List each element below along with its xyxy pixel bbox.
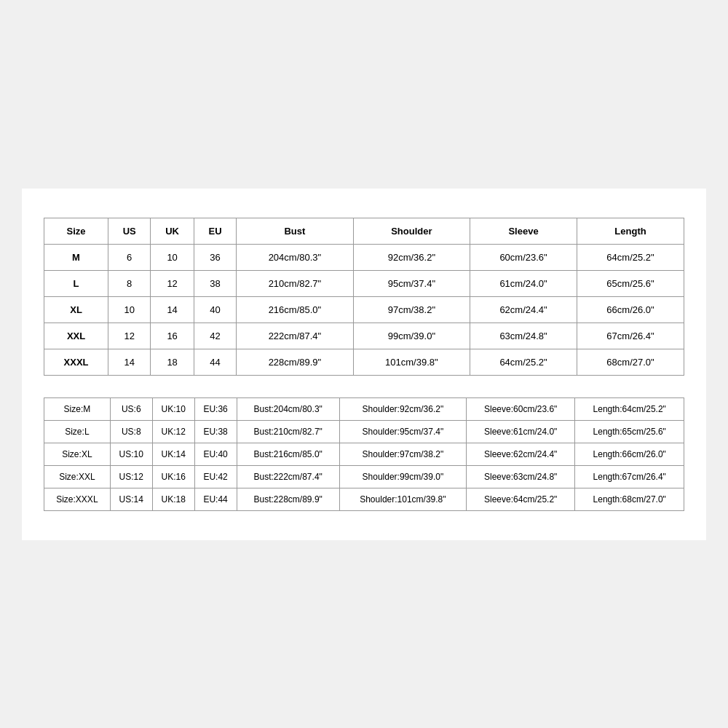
table2-cell: Bust:228cm/89.9"	[237, 488, 339, 510]
table-row: M61036204cm/80.3"92cm/36.2"60cm/23.6"64c…	[44, 244, 684, 270]
table1-cell: 10	[151, 244, 194, 270]
table1-cell: 62cm/24.4"	[470, 296, 577, 323]
table1-header-cell: Sleeve	[470, 218, 577, 244]
table1-cell: 6	[108, 244, 151, 270]
table2-cell: EU:42	[194, 465, 237, 488]
table2-cell: EU:38	[194, 420, 237, 443]
table1-cell: L	[44, 270, 108, 296]
table-row: XL101440216cm/85.0"97cm/38.2"62cm/24.4"6…	[44, 296, 684, 323]
table2-cell: Length:67cm/26.4"	[575, 465, 684, 488]
table1-cell: 14	[151, 296, 194, 323]
table1-cell: 36	[194, 244, 236, 270]
table2-cell: Sleeve:62cm/24.4"	[466, 443, 575, 465]
table2-cell: US:12	[110, 465, 152, 488]
table-row: XXXL141844228cm/89.9"101cm/39.8"64cm/25.…	[44, 349, 684, 375]
table1-cell: 64cm/25.2"	[470, 349, 577, 375]
table-row: Size:XXXLUS:14UK:18EU:44Bust:228cm/89.9"…	[44, 488, 684, 510]
table1-cell: 10	[108, 296, 151, 323]
table1-cell: 101cm/39.8"	[353, 349, 470, 375]
table2-cell: UK:10	[152, 397, 194, 420]
table1-cell: 65cm/25.6"	[577, 270, 684, 296]
table1-cell: 38	[194, 270, 236, 296]
table-row: Size:XLUS:10UK:14EU:40Bust:216cm/85.0"Sh…	[44, 443, 684, 465]
table1-cell: XL	[44, 296, 108, 323]
table1-header-cell: US	[108, 218, 151, 244]
table1-cell: 99cm/39.0"	[353, 323, 470, 349]
table1-cell: 95cm/37.4"	[353, 270, 470, 296]
table1-cell: 92cm/36.2"	[353, 244, 470, 270]
table1-header-cell: UK	[151, 218, 194, 244]
table2-cell: US:14	[110, 488, 152, 510]
table1-cell: 66cm/26.0"	[577, 296, 684, 323]
table2-cell: Shoulder:97cm/38.2"	[339, 443, 466, 465]
table2-cell: Shoulder:101cm/39.8"	[339, 488, 466, 510]
table1-cell: 97cm/38.2"	[353, 296, 470, 323]
table1-header-cell: Bust	[237, 218, 353, 244]
table2-cell: UK:18	[152, 488, 194, 510]
size-chart-table-1: SizeUSUKEUBustShoulderSleeveLength M6103…	[44, 218, 684, 376]
table2-cell: Length:66cm/26.0"	[575, 443, 684, 465]
size-chart-table-2: Size:MUS:6UK:10EU:36Bust:204cm/80.3"Shou…	[44, 397, 684, 511]
table1-cell: 44	[194, 349, 236, 375]
table-row: XXL121642222cm/87.4"99cm/39.0"63cm/24.8"…	[44, 323, 684, 349]
table1-cell: 8	[108, 270, 151, 296]
table-row: Size:XXLUS:12UK:16EU:42Bust:222cm/87.4"S…	[44, 465, 684, 488]
table2-cell: UK:14	[152, 443, 194, 465]
table2-cell: EU:44	[194, 488, 237, 510]
table-row: Size:LUS:8UK:12EU:38Bust:210cm/82.7"Shou…	[44, 420, 684, 443]
table1-cell: 12	[108, 323, 151, 349]
table1-cell: 40	[194, 296, 236, 323]
table2-cell: Length:65cm/25.6"	[575, 420, 684, 443]
table1-cell: 222cm/87.4"	[237, 323, 353, 349]
table1-cell: 18	[151, 349, 194, 375]
table-row: L81238210cm/82.7"95cm/37.4"61cm/24.0"65c…	[44, 270, 684, 296]
table1-cell: 204cm/80.3"	[237, 244, 353, 270]
table1-cell: 61cm/24.0"	[470, 270, 577, 296]
table2-cell: Length:64cm/25.2"	[575, 397, 684, 420]
table2-cell: Sleeve:64cm/25.2"	[466, 488, 575, 510]
table2-cell: Shoulder:95cm/37.4"	[339, 420, 466, 443]
table2-cell: Sleeve:60cm/23.6"	[466, 397, 575, 420]
table2-cell: Shoulder:92cm/36.2"	[339, 397, 466, 420]
table2-cell: Size:XXXL	[44, 488, 111, 510]
table2-cell: EU:40	[194, 443, 237, 465]
table2-cell: Sleeve:63cm/24.8"	[466, 465, 575, 488]
table1-cell: XXL	[44, 323, 108, 349]
table1-cell: M	[44, 244, 108, 270]
table2-cell: Bust:216cm/85.0"	[237, 443, 339, 465]
table2-cell: Size:XL	[44, 443, 111, 465]
table1-header-cell: Size	[44, 218, 108, 244]
table1-cell: 68cm/27.0"	[577, 349, 684, 375]
table1-cell: 12	[151, 270, 194, 296]
table1-cell: 16	[151, 323, 194, 349]
table1-cell: 216cm/85.0"	[237, 296, 353, 323]
table1-cell: 210cm/82.7"	[237, 270, 353, 296]
table2-cell: US:8	[110, 420, 152, 443]
table1-header-cell: Length	[577, 218, 684, 244]
table2-cell: Size:L	[44, 420, 111, 443]
table2-cell: US:6	[110, 397, 152, 420]
table1-cell: 228cm/89.9"	[237, 349, 353, 375]
table2-cell: EU:36	[194, 397, 237, 420]
table2-cell: Sleeve:61cm/24.0"	[466, 420, 575, 443]
table2-cell: Size:M	[44, 397, 111, 420]
table1-cell: XXXL	[44, 349, 108, 375]
table1-cell: 67cm/26.4"	[577, 323, 684, 349]
page-container: SizeUSUKEUBustShoulderSleeveLength M6103…	[22, 189, 706, 540]
table2-cell: Bust:222cm/87.4"	[237, 465, 339, 488]
table1-cell: 60cm/23.6"	[470, 244, 577, 270]
table2-cell: UK:12	[152, 420, 194, 443]
table1-cell: 63cm/24.8"	[470, 323, 577, 349]
table2-cell: Shoulder:99cm/39.0"	[339, 465, 466, 488]
table1-header-cell: EU	[194, 218, 236, 244]
table2-cell: UK:16	[152, 465, 194, 488]
table2-cell: Bust:210cm/82.7"	[237, 420, 339, 443]
table2-cell: US:10	[110, 443, 152, 465]
table2-cell: Bust:204cm/80.3"	[237, 397, 339, 420]
table-row: Size:MUS:6UK:10EU:36Bust:204cm/80.3"Shou…	[44, 397, 684, 420]
table2-cell: Size:XXL	[44, 465, 111, 488]
table1-header-cell: Shoulder	[353, 218, 470, 244]
table1-cell: 64cm/25.2"	[577, 244, 684, 270]
table2-cell: Length:68cm/27.0"	[575, 488, 684, 510]
table1-cell: 14	[108, 349, 151, 375]
